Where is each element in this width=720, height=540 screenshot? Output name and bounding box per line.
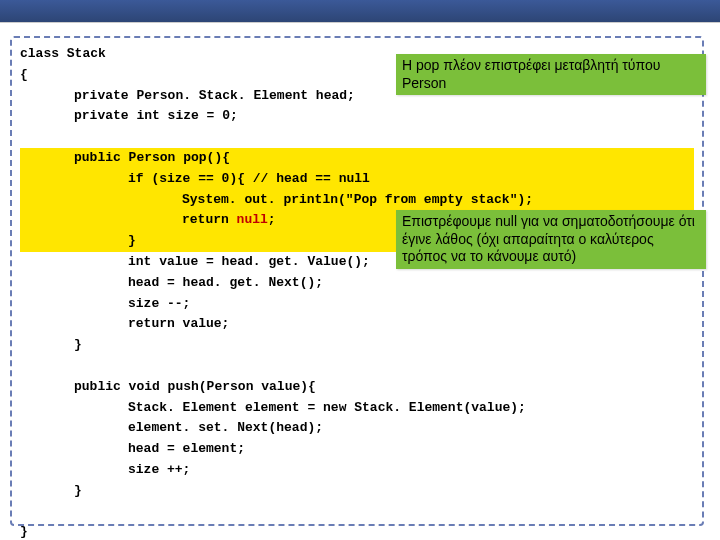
code-line: element. set. Next(head);	[20, 418, 694, 439]
code-line: }	[20, 335, 694, 356]
code-line: return value;	[20, 314, 694, 335]
code-blank	[20, 356, 694, 377]
callout-pop-return: H pop πλέον επιστρέφει μεταβλητή τύπου P…	[396, 54, 706, 95]
code-line-highlight: if (size == 0){ // head == null	[20, 169, 694, 190]
code-line: Stack. Element element = new Stack. Elem…	[20, 398, 694, 419]
code-line: head = element;	[20, 439, 694, 460]
semicolon: ;	[268, 212, 276, 227]
code-line: public void push(Person value){	[20, 377, 694, 398]
return-text: return	[182, 212, 237, 227]
code-blank	[20, 502, 694, 523]
null-keyword: null	[237, 212, 268, 227]
code-line: size --;	[20, 294, 694, 315]
title-bar	[0, 0, 720, 22]
callout-null-note: Επιστρέφουμε null για να σηματοδοτήσουμε…	[396, 210, 706, 269]
code-frame: class Stack { private Person. Stack. Ele…	[10, 36, 704, 526]
code-line-highlight: System. out. println("Pop from empty sta…	[20, 190, 694, 211]
code-line: head = head. get. Next();	[20, 273, 694, 294]
code-line: size ++;	[20, 460, 694, 481]
code-line: }	[20, 522, 694, 540]
code-line: }	[20, 481, 694, 502]
code-line: private int size = 0;	[20, 106, 694, 127]
code-line-highlight: public Person pop(){	[20, 148, 694, 169]
code-blank	[20, 127, 694, 148]
